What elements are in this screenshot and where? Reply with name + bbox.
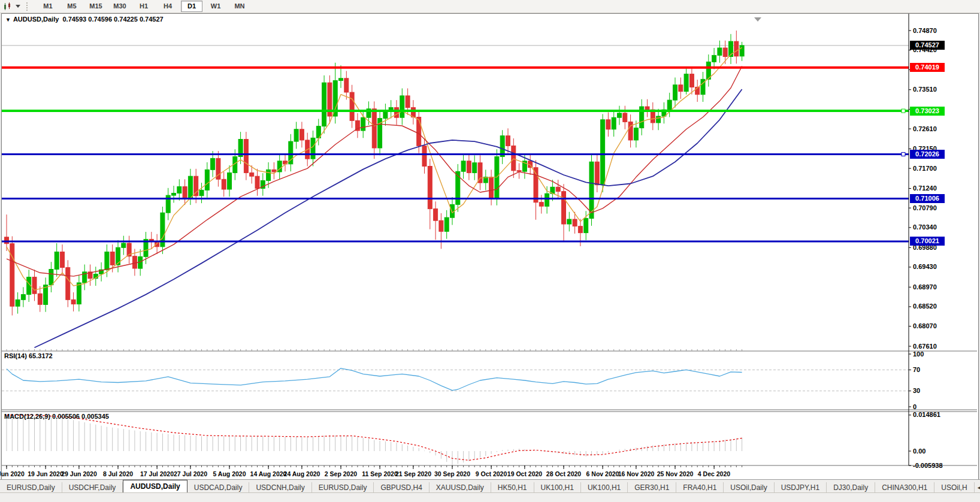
rsi-value: 65.3172: [29, 352, 53, 359]
candlestick: [10, 244, 14, 307]
chart-type-dropdown-caret-icon[interactable]: [16, 5, 20, 8]
chart-type-icon[interactable]: [2, 2, 13, 11]
candlestick: [350, 92, 354, 120]
candlestick: [344, 78, 349, 92]
chart-tabs-bar: EURUSD,DailyUSDCHF,DailyAUDUSD,DailyUSDC…: [0, 479, 980, 493]
macd-values: 0.005506 0.005345: [52, 413, 109, 420]
candlestick: [339, 78, 343, 81]
candlestick: [740, 46, 744, 56]
candlestick: [77, 283, 81, 304]
chart-tab-uk100-h1[interactable]: UK100,H1: [581, 482, 628, 493]
candlestick: [439, 220, 443, 231]
timeframe-button-m30[interactable]: M30: [109, 1, 131, 12]
chart-shift-marker-icon: [754, 17, 761, 22]
candlestick: [645, 107, 649, 110]
timeframe-button-d1[interactable]: D1: [181, 1, 202, 12]
chart-tab-eurusd-daily[interactable]: EURUSD,Daily: [0, 482, 62, 493]
price-tick-label: 0.72610: [913, 125, 973, 133]
chart-tab-usoil-daily[interactable]: USOil,Daily: [724, 482, 774, 493]
chart-canvas[interactable]: [2, 14, 977, 479]
chart-tab-usoil-h[interactable]: USOil,H: [934, 482, 974, 493]
candlestick: [612, 117, 616, 129]
status-bar: [0, 492, 980, 502]
chart-tab-dj30-daily[interactable]: DJ30,Daily: [827, 482, 875, 493]
collapse-arrow-icon[interactable]: ▼: [5, 17, 11, 23]
candlestick: [205, 170, 209, 190]
candlestick: [434, 209, 438, 221]
chart-tab-hk50-h1[interactable]: HK50,H1: [491, 482, 534, 493]
chart-tab-xauusd-daily[interactable]: XAUUSD,Daily: [429, 482, 491, 493]
timeframe-toolbar: M1M5M15M30H1H4D1W1MN: [36, 1, 252, 12]
candlestick: [606, 120, 610, 129]
current-price-badge: 0.74527: [910, 41, 945, 50]
level-price-badge: 0.71006: [910, 194, 945, 203]
tab-scroll-left-icon[interactable]: ◄: [975, 482, 980, 493]
candlestick: [61, 252, 65, 268]
candlestick: [66, 268, 70, 300]
chart-tab-usdcad-daily[interactable]: USDCAD,Daily: [187, 482, 250, 493]
candlestick: [689, 74, 694, 87]
candlestick: [573, 219, 577, 226]
chart-tab-ger30-h1[interactable]: GER30,H1: [628, 482, 676, 493]
candlestick: [461, 161, 465, 171]
candlestick: [406, 96, 410, 108]
candlestick: [250, 173, 254, 176]
macd-histogram-layer: [7, 415, 742, 465]
chart-tab-audusd-daily[interactable]: AUDUSD,Daily: [123, 480, 187, 493]
candlestick: [512, 146, 516, 170]
timeframe-button-w1[interactable]: W1: [205, 1, 226, 12]
price-tick-label: 0.68970: [913, 283, 973, 291]
rsi-tick-label: 70: [913, 366, 973, 374]
candlestick: [183, 187, 187, 198]
chart-tab-uk100-h1[interactable]: UK100,H1: [534, 482, 581, 493]
candlestick: [428, 167, 432, 209]
chart-window[interactable]: 0.748700.744200.739700.735100.730600.726…: [1, 13, 979, 480]
candlestick: [32, 277, 37, 294]
chart-tab-eurusd-daily[interactable]: EURUSD,Daily: [312, 482, 374, 493]
candlestick: [667, 100, 672, 110]
rsi-tick-label: 0: [913, 403, 973, 411]
price-tick-label: 0.67610: [913, 343, 973, 350]
candlestick: [383, 111, 388, 118]
candlestick: [255, 176, 259, 188]
candlestick: [199, 190, 204, 195]
chart-tab-usdchf-daily[interactable]: USDCHF,Daily: [62, 482, 123, 493]
timeframe-button-h4[interactable]: H4: [157, 1, 179, 12]
candlestick: [601, 120, 605, 185]
price-tick-label: 0.70790: [913, 204, 973, 212]
candlestick: [595, 162, 599, 185]
timeframe-button-mn[interactable]: MN: [229, 1, 250, 12]
candlestick: [723, 48, 727, 57]
candlestick: [244, 140, 248, 173]
price-tick-label: 0.68520: [913, 303, 973, 310]
chart-tab-usdjpy-h1[interactable]: USDJPY,H1: [775, 482, 827, 493]
level-price-badge: 0.74019: [910, 63, 945, 72]
ma-medium-red-line: [7, 66, 742, 277]
chart-tab-fra40-h1[interactable]: FRA40,H1: [676, 482, 724, 493]
candlestick: [71, 300, 75, 304]
timeframe-button-m15[interactable]: M15: [85, 1, 107, 12]
candlestick: [718, 48, 722, 55]
timeframe-button-m5[interactable]: M5: [61, 1, 83, 12]
candlestick: [712, 55, 716, 62]
chart-tab-china300-h1[interactable]: CHINA300,H1: [875, 482, 934, 493]
chart-tab-usdcnh-daily[interactable]: USDCNH,Daily: [249, 482, 311, 493]
candlestick: [657, 116, 661, 123]
macd-tick-label: 0.00: [913, 447, 973, 455]
candlestick: [267, 170, 271, 180]
candlestick: [395, 108, 399, 118]
candlestick: [300, 129, 304, 140]
candlestick: [5, 237, 9, 244]
timeframe-button-h1[interactable]: H1: [133, 1, 155, 12]
candlestick: [539, 202, 543, 207]
timeframe-button-m1[interactable]: M1: [37, 1, 59, 12]
chart-title-ohlc: 0.74593 0.74596 0.74225 0.74527: [62, 16, 163, 23]
level-anchor-handle: [902, 152, 905, 156]
candlestick: [38, 294, 42, 304]
candlestick: [55, 252, 59, 270]
candlestick: [110, 252, 114, 265]
candlestick: [361, 117, 365, 131]
candlestick: [473, 163, 477, 173]
candlestick: [132, 256, 137, 268]
chart-tab-gbpusd-h4[interactable]: GBPUSD,H4: [374, 482, 429, 493]
